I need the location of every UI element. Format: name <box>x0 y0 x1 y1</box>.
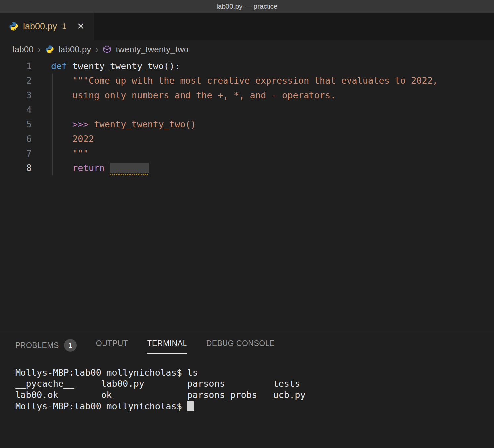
code-line: 6 2022 <box>0 132 494 146</box>
chevron-right-icon: › <box>95 45 98 54</box>
code-line: 4 <box>0 103 494 117</box>
line-number: 1 <box>0 59 32 73</box>
terminal-prompt: Mollys-MBP:lab00 mollynicholas$ <box>15 401 187 411</box>
code-line: 3 using only numbers and the +, *, and -… <box>0 88 494 103</box>
terminal-line: __pycache__ lab00.py parsons tests <box>15 378 494 389</box>
tab-debug-console[interactable]: DEBUG CONSOLE <box>206 339 275 353</box>
error-selection-squiggle[interactable] <box>110 163 149 173</box>
line-number: 4 <box>0 103 32 117</box>
symbol-cube-icon <box>103 45 112 54</box>
docstring-end: """ <box>51 148 89 158</box>
panel-tab-bar: PROBLEMS 1 OUTPUT TERMINAL DEBUG CONSOLE <box>0 331 494 353</box>
python-icon <box>9 22 19 31</box>
terminal-line: Mollys-MBP:lab00 mollynicholas$ ls <box>15 367 494 378</box>
close-icon[interactable]: ✕ <box>77 21 85 32</box>
editor-tab-strip: lab00.py 1 ✕ <box>0 13 494 40</box>
tab-problems-count: 1 <box>62 22 66 31</box>
indent <box>51 119 72 129</box>
code-line: 1 def twenty_twenty_two(): <box>0 59 494 73</box>
line-number: 7 <box>0 146 32 161</box>
tab-lab00-py[interactable]: lab00.py 1 ✕ <box>0 13 94 40</box>
docstring-text: using only numbers and the +, *, and - o… <box>51 90 336 100</box>
line-number: 6 <box>0 132 32 146</box>
window-titlebar: lab00.py — practice <box>0 0 494 13</box>
problems-count-badge: 1 <box>64 339 77 352</box>
line-number: 3 <box>0 88 32 103</box>
tab-terminal-label: TERMINAL <box>147 339 187 348</box>
code-line: 7 """ <box>0 146 494 161</box>
keyword-return: return <box>72 163 110 173</box>
line-number-active: 8 <box>0 161 32 175</box>
indent-guide <box>52 73 53 175</box>
tab-problems[interactable]: PROBLEMS 1 <box>15 339 77 357</box>
code-editor[interactable]: 1 def twenty_twenty_two(): 2 """Come up … <box>0 58 494 331</box>
docstring-text: """Come up with the most creative expres… <box>51 75 438 86</box>
indent <box>51 163 72 173</box>
chevron-right-icon: › <box>38 45 41 54</box>
doctest-result: 2022 <box>51 134 94 144</box>
function-signature: twenty_twenty_two(): <box>72 61 180 71</box>
terminal-line: lab00.ok ok parsons_probs ucb.py <box>15 389 494 401</box>
line-number: 2 <box>0 73 32 88</box>
tab-output[interactable]: OUTPUT <box>96 339 128 353</box>
breadcrumb: lab00 › lab00.py › twenty_twenty_two <box>0 40 494 58</box>
doctest-call: twenty_twenty_two() <box>94 119 196 129</box>
tab-debug-console-label: DEBUG CONSOLE <box>206 339 275 348</box>
doctest-prompt: >>> <box>72 119 94 129</box>
window-title: lab00.py — practice <box>216 2 278 10</box>
tab-problems-label: PROBLEMS <box>15 341 59 350</box>
terminal-prompt-line: Mollys-MBP:lab00 mollynicholas$ <box>15 401 494 412</box>
tab-filename: lab00.py <box>23 22 57 32</box>
bottom-panel: PROBLEMS 1 OUTPUT TERMINAL DEBUG CONSOLE… <box>0 331 494 448</box>
line-number: 5 <box>0 117 32 132</box>
tab-terminal[interactable]: TERMINAL <box>147 339 187 354</box>
breadcrumb-symbol[interactable]: twenty_twenty_two <box>116 44 189 55</box>
code-line: 8 return <box>0 161 494 175</box>
code-line: 2 """Come up with the most creative expr… <box>0 73 494 88</box>
breadcrumb-file[interactable]: lab00.py <box>59 44 91 55</box>
terminal-cursor <box>187 401 194 411</box>
code-line: 5 >>> twenty_twenty_two() <box>0 117 494 132</box>
breadcrumb-folder[interactable]: lab00 <box>13 44 34 55</box>
terminal-output[interactable]: Mollys-MBP:lab00 mollynicholas$ ls __pyc… <box>0 367 494 412</box>
python-icon <box>45 45 54 54</box>
tab-output-label: OUTPUT <box>96 339 128 348</box>
keyword-def: def <box>51 61 72 71</box>
